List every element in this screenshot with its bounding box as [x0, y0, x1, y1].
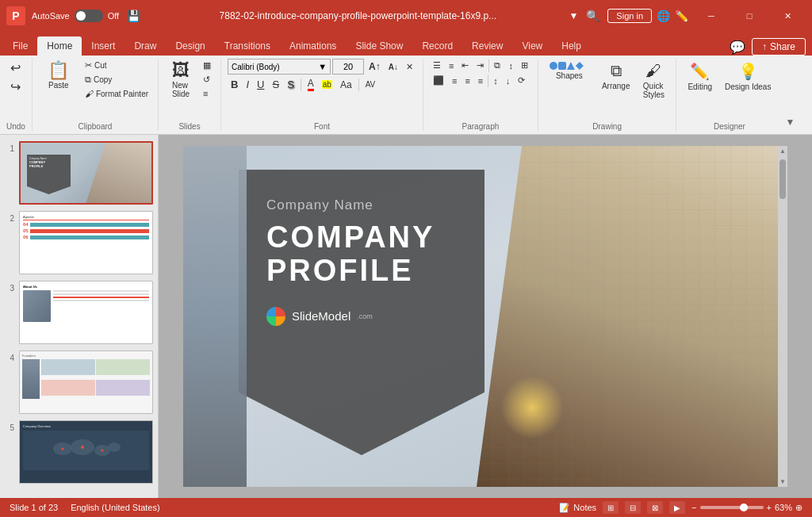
char-spacing-button[interactable]: AV [362, 79, 379, 90]
tab-file[interactable]: File [3, 36, 37, 56]
font-extra-button[interactable]: Aa [337, 78, 355, 92]
highlight-icon: ab [322, 80, 332, 89]
slide-sorter-button[interactable]: ⊟ [625, 501, 641, 514]
slides-group-content: 🖼 NewSlide ▦ ↺ ≡ [165, 59, 214, 121]
highlight-button[interactable]: ab [319, 79, 335, 90]
editing-button[interactable]: ✏️ Editing [683, 59, 717, 94]
reading-view-button[interactable]: ⊠ [647, 501, 663, 514]
size-down-button[interactable]: A↓ [385, 61, 401, 73]
scroll-up-arrow[interactable]: ▲ [778, 146, 787, 156]
justify-button[interactable]: ≡ [475, 75, 486, 87]
tab-slideshow[interactable]: Slide Show [346, 36, 412, 56]
font-size-selector[interactable]: 20 [332, 59, 364, 75]
vertical-scrollbar[interactable]: ▲ ▼ [778, 146, 787, 487]
slide-thumb-5[interactable]: 5 Company Overview [5, 420, 153, 484]
tab-insert[interactable]: Insert [82, 36, 124, 56]
design-ideas-button[interactable]: 💡 Design Ideas [720, 59, 776, 94]
slide-show-button[interactable]: ▶ [669, 501, 685, 514]
bold-button[interactable]: B [228, 77, 241, 92]
direction-button[interactable]: ↕ [505, 59, 516, 72]
minimize-button[interactable]: ─ [693, 3, 730, 29]
ribbon-group-designer: ✏️ Editing 💡 Design Ideas Designer [676, 59, 782, 131]
italic-button[interactable]: I [243, 77, 252, 92]
close-button[interactable]: ✕ [769, 3, 806, 29]
align-left-button[interactable]: ⬛ [430, 74, 447, 87]
layout-button[interactable]: ▦ [200, 59, 214, 72]
tab-record[interactable]: Record [412, 36, 462, 56]
clear-format-button[interactable]: ✕ [403, 60, 416, 74]
slide-thumb-2[interactable]: 2 Agenda 04 05 06 [5, 211, 153, 274]
zoom-slider[interactable] [700, 506, 764, 509]
paste-button[interactable]: 📋 Paste [39, 59, 79, 93]
slide-thumb-1[interactable]: 1 Company NameCOMPANYPROFILE [5, 141, 153, 205]
pen-icon[interactable]: ✏️ [675, 10, 688, 22]
paragraph-row2: ⬛ ≡ ≡ ≡ ↕ ↓ ⟳ [430, 74, 531, 87]
quick-styles-icon: 🖌 [645, 62, 661, 80]
tab-review[interactable]: Review [462, 36, 512, 56]
scroll-thumb[interactable] [779, 159, 786, 199]
size-up-button[interactable]: A↑ [366, 59, 384, 74]
share-button[interactable]: ↑ Share [752, 38, 806, 56]
slide-number-3: 3 [5, 284, 14, 293]
format-painter-button[interactable]: 🖌Format Painter [82, 87, 151, 100]
zoom-minus[interactable]: − [691, 503, 696, 512]
comment-icon[interactable]: 💬 [730, 40, 745, 55]
slide3-line4 [53, 300, 149, 301]
cut-button[interactable]: ✂Cut [82, 59, 151, 72]
numbered-button[interactable]: ≡ [446, 59, 457, 72]
para-spacing-button[interactable]: ↓ [503, 75, 514, 87]
autosave-toggle[interactable] [75, 10, 103, 22]
increase-indent-button[interactable]: ⇥ [473, 59, 487, 72]
tab-help[interactable]: Help [552, 36, 591, 56]
columns-button[interactable]: ⧉ [491, 59, 504, 72]
reset-button[interactable]: ↺ [200, 73, 214, 86]
redo-icon: ↪ [10, 79, 21, 94]
notes-button[interactable]: 📝 Notes [559, 503, 596, 513]
strikethrough-button[interactable]: S [269, 77, 282, 92]
font-color-button[interactable]: A [304, 76, 317, 93]
tab-view[interactable]: View [512, 36, 552, 56]
undo-button[interactable]: ↩ [7, 59, 24, 77]
dropdown-icon[interactable]: ▼ [569, 10, 578, 21]
tab-draw[interactable]: Draw [124, 36, 166, 56]
paragraph-row1: ☰ ≡ ⇤ ⇥ ⧉ ↕ ⊞ [430, 59, 531, 72]
signin-button[interactable]: Sign in [607, 9, 652, 23]
search-icon[interactable]: 🔍 [586, 10, 599, 22]
slide-thumb-4[interactable]: 4 Founders [5, 350, 153, 414]
slide-thumb-3[interactable]: 3 About Us [5, 281, 153, 344]
globe-icon[interactable]: 🌐 [657, 10, 670, 22]
normal-view-button[interactable]: ⊞ [603, 501, 619, 514]
align-right-button[interactable]: ≡ [462, 75, 473, 87]
underline-button[interactable]: U [254, 77, 267, 92]
font-family-selector[interactable]: Calibri (Body) ▼ [228, 59, 331, 75]
shadow-button[interactable]: S [284, 77, 297, 92]
slide2-row3: 06 [23, 235, 149, 239]
ribbon-collapse-button[interactable]: ▼ [782, 117, 798, 131]
tab-home[interactable]: Home [37, 36, 82, 56]
copy-button[interactable]: ⧉Copy [82, 73, 151, 86]
smart-art-button[interactable]: ⊞ [518, 59, 531, 72]
slide-canvas[interactable]: Company Name COMPANY PROFILE SlideModel.… [183, 146, 778, 487]
shapes-button[interactable]: Shapes [545, 59, 594, 83]
redo-button[interactable]: ↪ [7, 78, 24, 96]
maximize-button[interactable]: □ [731, 3, 768, 29]
tab-transitions[interactable]: Transitions [215, 36, 280, 56]
language-info: English (United States) [71, 503, 160, 512]
font-family-dropdown[interactable]: ▼ [318, 62, 327, 71]
arrange-button[interactable]: ⧉ Arrange [597, 59, 635, 94]
decrease-indent-button[interactable]: ⇤ [458, 59, 472, 72]
zoom-fit-icon[interactable]: ⊕ [795, 503, 802, 513]
new-slide-button[interactable]: 🖼 NewSlide [165, 59, 197, 101]
quick-styles-button[interactable]: 🖌 QuickStyles [638, 59, 669, 102]
scroll-down-arrow[interactable]: ▼ [778, 477, 787, 487]
line-spacing-button[interactable]: ↕ [490, 75, 501, 87]
save-icon[interactable]: 💾 [127, 10, 140, 22]
tab-design[interactable]: Design [166, 36, 214, 56]
convert-button[interactable]: ⟳ [515, 74, 528, 87]
tab-animations[interactable]: Animations [280, 36, 346, 56]
slide3-title: About Us [23, 285, 149, 289]
section-button[interactable]: ≡ [200, 87, 214, 100]
bullets-button[interactable]: ☰ [430, 59, 444, 72]
align-center-button[interactable]: ≡ [449, 75, 460, 87]
zoom-plus[interactable]: + [767, 503, 772, 512]
